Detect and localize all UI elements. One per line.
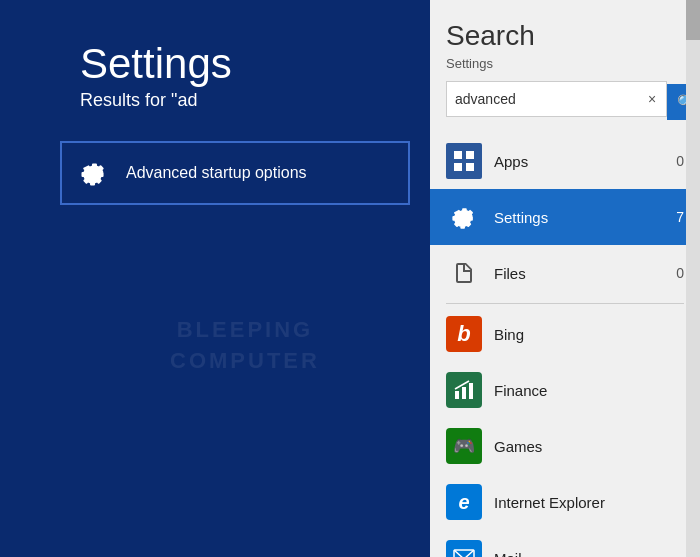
category-count-files: 0 — [668, 265, 684, 281]
result-item-icon — [76, 155, 112, 191]
clear-button[interactable]: × — [638, 82, 666, 116]
apps-icon — [446, 143, 482, 179]
category-item-ie[interactable]: e Internet Explorer — [430, 474, 700, 530]
category-item-apps[interactable]: Apps 0 — [430, 133, 700, 189]
right-panel: Search Settings × 🔍 Apps 0 — [430, 0, 700, 557]
scrollbar-track[interactable] — [686, 0, 700, 557]
category-item-games[interactable]: 🎮 Games — [430, 418, 700, 474]
search-box[interactable]: × — [446, 81, 667, 117]
svg-rect-3 — [466, 163, 474, 171]
category-list: Apps 0 Settings 7 Files 0 — [430, 133, 700, 557]
category-item-finance[interactable]: Finance — [430, 362, 700, 418]
scrollbar-thumb[interactable] — [686, 0, 700, 40]
games-icon: 🎮 — [446, 428, 482, 464]
search-header: Search Settings × 🔍 — [430, 0, 700, 133]
watermark: BLEEPING COMPUTER — [170, 315, 320, 377]
mail-icon — [446, 540, 482, 557]
search-scope-label: Settings — [446, 56, 684, 71]
category-label-games: Games — [494, 438, 668, 455]
category-count-settings: 7 — [668, 209, 684, 225]
category-label-apps: Apps — [494, 153, 668, 170]
search-panel-title: Search — [446, 20, 684, 52]
svg-rect-0 — [454, 151, 462, 159]
category-item-mail[interactable]: Mail — [430, 530, 700, 557]
category-label-mail: Mail — [494, 550, 668, 558]
finance-icon — [446, 372, 482, 408]
results-subtitle: Results for "ad — [0, 90, 430, 111]
settings-icon — [446, 199, 482, 235]
result-item-advanced-startup[interactable]: Advanced startup options — [60, 141, 410, 205]
svg-rect-4 — [455, 391, 459, 399]
category-label-ie: Internet Explorer — [494, 494, 668, 511]
category-label-finance: Finance — [494, 382, 668, 399]
category-item-settings[interactable]: Settings 7 — [430, 189, 700, 245]
category-label-bing: Bing — [494, 326, 668, 343]
ie-icon: e — [446, 484, 482, 520]
page-title: Settings — [0, 0, 430, 88]
category-item-files[interactable]: Files 0 — [430, 245, 700, 301]
svg-rect-6 — [469, 383, 473, 399]
bing-icon: b — [446, 316, 482, 352]
category-item-bing[interactable]: b Bing — [430, 306, 700, 362]
svg-rect-2 — [454, 163, 462, 171]
category-label-files: Files — [494, 265, 668, 282]
gear-icon — [80, 159, 108, 187]
category-label-settings: Settings — [494, 209, 668, 226]
category-count-apps: 0 — [668, 153, 684, 169]
search-input[interactable] — [447, 91, 638, 107]
left-panel: Settings Results for "ad Advanced startu… — [0, 0, 430, 557]
svg-rect-5 — [462, 387, 466, 399]
files-icon — [446, 255, 482, 291]
divider — [446, 303, 684, 304]
result-item-label: Advanced startup options — [126, 164, 307, 182]
svg-rect-1 — [466, 151, 474, 159]
